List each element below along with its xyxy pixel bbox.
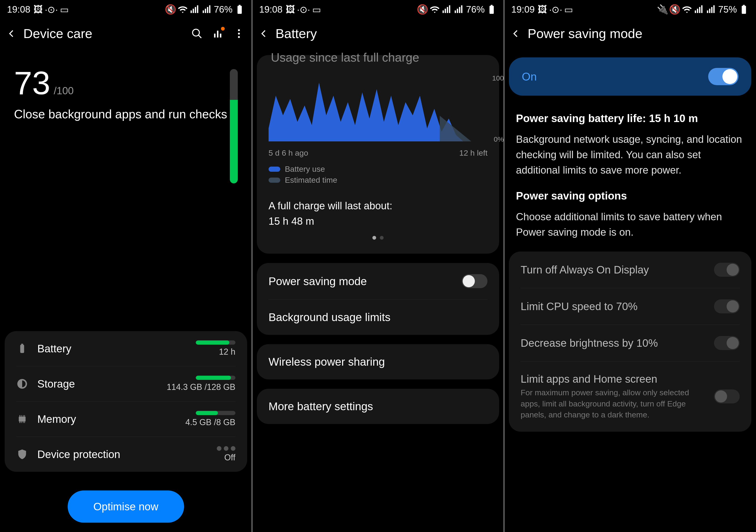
svg-point-3 <box>238 29 240 31</box>
svg-point-4 <box>238 33 240 34</box>
back-icon[interactable] <box>511 29 521 38</box>
page-indicator <box>266 229 490 244</box>
legend-estimated: Estimated time <box>285 175 338 185</box>
limit-toggle[interactable] <box>714 389 740 403</box>
more-settings-row[interactable]: More battery settings <box>269 389 488 424</box>
x-axis-end: 12 h left <box>459 148 487 157</box>
header: Battery <box>252 19 504 50</box>
protection-row[interactable]: Device protection Off <box>16 437 235 472</box>
mute-icon: 🔇 <box>670 4 680 15</box>
psm-toggle[interactable] <box>462 274 487 288</box>
more-label: More battery settings <box>269 400 373 413</box>
wireless-card: Wireless power sharing <box>257 344 499 379</box>
status-bar: 19:09 🖼 ·⊙· ▭ 🔌 🔇 75% <box>504 0 756 19</box>
cc-icon: ▭ <box>311 4 322 15</box>
shield-icon <box>16 448 28 460</box>
optimise-button[interactable]: Optimise now <box>68 491 184 523</box>
signal2-icon <box>706 4 716 15</box>
signal2-icon <box>202 4 212 15</box>
full-charge-label: A full charge will last about: <box>269 198 488 214</box>
more-card: More battery settings <box>257 389 499 424</box>
storage-value: 114.3 GB /128 GB <box>167 382 235 392</box>
bgl-label: Background usage limits <box>269 311 391 324</box>
page-title: Device care <box>23 26 184 41</box>
wireless-power-row[interactable]: Wireless power sharing <box>269 344 488 379</box>
mute-icon: 🔇 <box>418 4 428 15</box>
status-time: 19:08 <box>7 4 30 15</box>
cpu-label: Limit CPU speed to 70% <box>521 300 707 313</box>
status-battery-pct: 76% <box>214 4 233 15</box>
image-icon: 🖼 <box>33 4 43 15</box>
wifi-icon <box>177 4 188 15</box>
cpu-row[interactable]: Limit CPU speed to 70% <box>521 288 740 325</box>
limit-sublabel: For maximum power saving, allow only sel… <box>521 387 707 420</box>
power-saving-on-toggle[interactable]: On <box>509 57 751 96</box>
storage-label: Storage <box>37 378 157 390</box>
status-battery-pct: 75% <box>718 4 737 15</box>
status-time: 19:09 <box>511 4 534 15</box>
battery-icon <box>487 4 497 15</box>
legend-battery-use: Battery use <box>285 165 325 173</box>
protection-label: Device protection <box>37 448 207 461</box>
svg-rect-6 <box>20 345 24 353</box>
image-icon: 🖼 <box>537 4 548 15</box>
aod-toggle[interactable] <box>714 263 740 277</box>
wifi-icon <box>682 4 692 15</box>
dot-icon: ·⊙· <box>298 4 309 15</box>
memory-label: Memory <box>37 413 176 425</box>
svg-rect-11 <box>742 6 746 14</box>
svg-rect-8 <box>19 417 25 422</box>
signal2-icon <box>454 4 464 15</box>
back-icon[interactable] <box>259 29 269 38</box>
storage-icon <box>16 378 28 390</box>
cc-icon: ▭ <box>59 4 69 15</box>
power-saving-mode-row[interactable]: Power saving mode <box>269 263 488 300</box>
full-charge-value: 15 h 48 m <box>269 214 488 229</box>
page-title: Power saving mode <box>527 26 749 41</box>
options-card: Turn off Always On Display Limit CPU spe… <box>509 252 751 432</box>
more-icon[interactable] <box>233 28 245 40</box>
protection-value: Off <box>217 453 235 463</box>
stats-card: Battery 12 h Storage 114.3 GB /128 GB Me… <box>5 331 247 472</box>
search-icon[interactable] <box>191 28 203 40</box>
power-saving-screen: 19:09 🖼 ·⊙· ▭ 🔌 🔇 75% Power saving mode … <box>504 0 756 532</box>
battery-value: 12 h <box>196 347 235 357</box>
x-axis-start: 5 d 6 h ago <box>269 148 308 157</box>
battery-row[interactable]: Battery 12 h <box>16 331 235 366</box>
wifi-icon <box>430 4 440 15</box>
brightness-toggle[interactable] <box>714 336 740 350</box>
battery-item-icon <box>16 343 28 355</box>
battery-label: Battery <box>37 342 186 355</box>
aod-label: Turn off Always On Display <box>521 263 707 276</box>
cpu-toggle[interactable] <box>714 299 740 313</box>
back-icon[interactable] <box>7 29 16 38</box>
svg-rect-10 <box>491 5 493 6</box>
power-saving-desc: Background network usage, syncing, and l… <box>516 132 744 178</box>
main-toggle[interactable] <box>708 68 739 85</box>
chart-area <box>269 76 471 142</box>
brightness-row[interactable]: Decrease brightness by 10% <box>521 325 740 361</box>
storage-row[interactable]: Storage 114.3 GB /128 GB <box>16 366 235 402</box>
on-label: On <box>522 70 537 83</box>
device-care-screen: 19:08 🖼 ·⊙· ▭ 🔇 76% Device care <box>0 0 252 532</box>
svg-rect-12 <box>743 5 744 6</box>
limit-apps-row[interactable]: Limit apps and Home screen For maximum p… <box>521 361 740 432</box>
image-icon: 🖼 <box>285 4 296 15</box>
status-bar: 19:08 🖼 ·⊙· ▭ 🔇 76% <box>252 0 504 19</box>
battery-screen: 19:08 🖼 ·⊙· ▭ 🔇 76% Battery Usage since … <box>252 0 504 532</box>
svg-rect-0 <box>237 6 242 14</box>
psm-label: Power saving mode <box>269 275 367 288</box>
wps-label: Wireless power sharing <box>269 355 385 368</box>
usage-chart-card[interactable]: Usage since last full charge 100 0% 5 d … <box>257 55 499 253</box>
stats-icon[interactable] <box>212 28 224 40</box>
aod-row[interactable]: Turn off Always On Display <box>521 252 740 288</box>
svg-point-2 <box>193 29 199 36</box>
brightness-label: Decrease brightness by 10% <box>521 337 707 349</box>
memory-row[interactable]: Memory 4.5 GB /8 GB <box>16 402 235 437</box>
battery-icon <box>739 4 749 15</box>
options-desc: Choose additional limits to save battery… <box>516 209 744 240</box>
background-limits-row[interactable]: Background usage limits <box>269 300 488 335</box>
status-bar: 19:08 🖼 ·⊙· ▭ 🔇 76% <box>0 0 252 19</box>
dot-icon: ·⊙· <box>46 4 56 15</box>
page-title: Battery <box>276 26 497 41</box>
